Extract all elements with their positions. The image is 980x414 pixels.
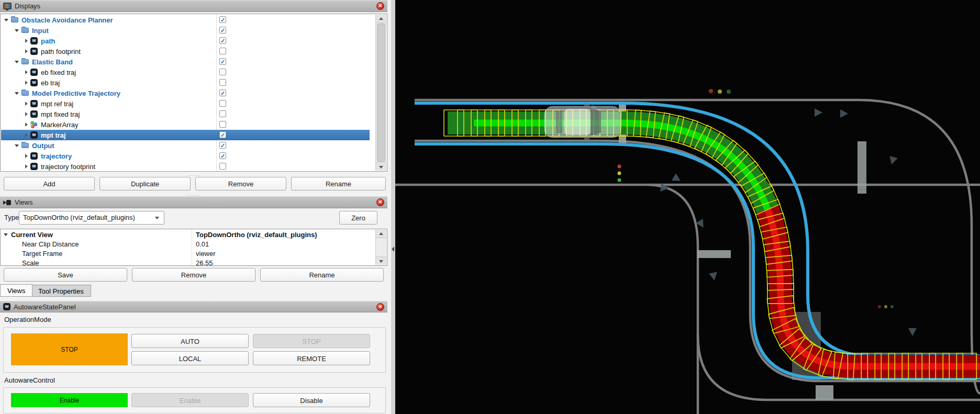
autoware-control-status: Enable bbox=[11, 393, 128, 407]
remove-view-button[interactable]: Remove bbox=[132, 268, 255, 282]
chevron-down-icon[interactable] bbox=[4, 19, 8, 21]
dock-splitter[interactable] bbox=[391, 0, 395, 414]
display-checkbox[interactable] bbox=[219, 58, 226, 65]
scroll-up-icon[interactable] bbox=[376, 230, 386, 238]
tree-row-model-predictive-trajectory[interactable]: Model Predictive Trajectory bbox=[1, 88, 370, 98]
chevron-right-icon[interactable] bbox=[25, 164, 28, 169]
scroll-up-icon[interactable] bbox=[376, 15, 386, 23]
chevron-down-icon bbox=[155, 217, 159, 219]
tree-row-input[interactable]: Input bbox=[1, 25, 370, 36]
remove-button[interactable]: Remove bbox=[195, 177, 286, 191]
folder-icon bbox=[21, 59, 29, 64]
display-checkbox[interactable] bbox=[219, 142, 226, 149]
save-view-button[interactable]: Save bbox=[4, 268, 127, 282]
display-checkbox[interactable] bbox=[219, 131, 226, 138]
autoware-icon: w bbox=[30, 37, 38, 44]
display-checkbox[interactable] bbox=[219, 89, 226, 96]
display-checkbox[interactable] bbox=[219, 27, 226, 33]
chevron-down-icon[interactable] bbox=[15, 144, 19, 147]
autoware-control-group: Enable Enable Disable bbox=[3, 387, 386, 413]
chevron-right-icon[interactable] bbox=[25, 112, 28, 116]
tree-row-mpt-ref-traj[interactable]: w mpt ref traj bbox=[1, 98, 370, 109]
operation-mode-group: STOP AUTO STOP LOCAL REMOTE bbox=[3, 327, 386, 373]
property-row-scale[interactable]: Scale 26.55 bbox=[1, 258, 387, 266]
chevron-down-icon[interactable] bbox=[15, 29, 19, 32]
tree-row-trajectory[interactable]: w trajectory bbox=[1, 151, 370, 161]
tree-row-obstacle-avoidance-planner[interactable]: Obstacle Avoidance Planner bbox=[1, 15, 370, 25]
property-row-current-view[interactable]: Current View TopDownOrtho (rviz_default_… bbox=[1, 230, 372, 239]
rename-view-button[interactable]: Rename bbox=[260, 268, 384, 282]
splitter-handle[interactable]: ...... bbox=[173, 192, 215, 196]
autoware-icon: w bbox=[30, 69, 38, 76]
tree-row-eb-fixed-traj[interactable]: w eb fixed traj bbox=[1, 67, 370, 77]
tree-row-eb-traj[interactable]: w eb traj bbox=[1, 77, 370, 88]
local-button[interactable]: LOCAL bbox=[131, 351, 249, 365]
displays-tree[interactable]: Obstacle Avoidance Planner Input w path … bbox=[0, 14, 387, 172]
table-scrollbar[interactable] bbox=[375, 230, 386, 265]
splitter-handle[interactable]: ...... bbox=[173, 172, 215, 176]
camera-icon bbox=[3, 199, 12, 206]
chevron-right-icon[interactable] bbox=[25, 70, 28, 74]
display-checkbox[interactable] bbox=[219, 152, 226, 159]
tree-row-path[interactable]: w path bbox=[1, 36, 370, 46]
render-viewport[interactable] bbox=[395, 0, 980, 414]
display-checkbox[interactable] bbox=[219, 16, 226, 23]
display-checkbox[interactable] bbox=[219, 163, 226, 170]
scrollbar-thumb[interactable] bbox=[377, 24, 385, 162]
chevron-right-icon[interactable] bbox=[25, 102, 28, 106]
property-row-near-clip-distance[interactable]: Near Clip Distance 0.01 bbox=[1, 239, 387, 249]
chevron-right-icon[interactable] bbox=[25, 49, 28, 53]
tree-row-output[interactable]: Output bbox=[1, 140, 370, 151]
chevron-down-icon[interactable] bbox=[15, 61, 19, 63]
zero-button[interactable]: Zero bbox=[339, 211, 377, 225]
display-checkbox[interactable] bbox=[219, 48, 226, 54]
folder-icon bbox=[21, 28, 29, 33]
display-checkbox[interactable] bbox=[219, 100, 226, 107]
display-checkbox[interactable] bbox=[219, 69, 226, 75]
viewport-background bbox=[395, 0, 980, 414]
property-row-target-frame[interactable]: Target Frame viewer bbox=[1, 249, 387, 258]
display-checkbox[interactable] bbox=[219, 37, 226, 44]
chevron-right-icon[interactable] bbox=[25, 133, 28, 137]
close-icon[interactable]: ✕ bbox=[376, 198, 384, 206]
add-button[interactable]: Add bbox=[4, 177, 95, 191]
autoware-state-panel-header[interactable]: w AutowareStatePanel ✕ bbox=[0, 301, 387, 312]
auto-button[interactable]: AUTO bbox=[131, 334, 249, 348]
enable-button: Enable bbox=[131, 393, 249, 407]
tab-tool-properties[interactable]: Tool Properties bbox=[31, 285, 91, 297]
autoware-state-panel-title: AutowareStatePanel bbox=[14, 303, 76, 311]
rename-button[interactable]: Rename bbox=[291, 177, 386, 191]
chevron-right-icon[interactable] bbox=[25, 122, 28, 127]
scroll-down-icon[interactable] bbox=[376, 256, 386, 265]
view-type-select[interactable]: TopDownOrtho (rviz_default_plugins) bbox=[19, 211, 164, 225]
autoware-logo-icon: w bbox=[3, 303, 10, 310]
views-panel-header[interactable]: Views ✕ bbox=[0, 196, 387, 208]
collapse-arrow-icon[interactable] bbox=[392, 247, 394, 252]
autoware-control-label: AutowareControl bbox=[4, 376, 55, 384]
tab-views[interactable]: Views bbox=[0, 284, 32, 297]
displays-panel-header[interactable]: Displays ✕ bbox=[0, 0, 387, 12]
current-view-table[interactable]: Current View TopDownOrtho (rviz_default_… bbox=[0, 229, 387, 266]
tree-scrollbar[interactable] bbox=[375, 15, 386, 171]
close-icon[interactable]: ✕ bbox=[376, 2, 384, 10]
display-checkbox[interactable] bbox=[219, 110, 226, 117]
close-icon[interactable]: ✕ bbox=[376, 303, 384, 311]
tree-row-markerarray[interactable]: MarkerArray bbox=[1, 119, 370, 130]
chevron-right-icon[interactable] bbox=[25, 39, 28, 43]
chevron-down-icon[interactable] bbox=[15, 92, 19, 95]
scroll-down-icon[interactable] bbox=[376, 162, 386, 171]
tree-row-elastic-band[interactable]: Elastic Band bbox=[1, 57, 370, 67]
folder-icon bbox=[11, 17, 18, 23]
tree-row-trajectory-footprint[interactable]: w trajectory footprint bbox=[1, 161, 370, 172]
tree-row-mpt-fixed-traj[interactable]: w mpt fixed traj bbox=[1, 109, 370, 119]
duplicate-button[interactable]: Duplicate bbox=[99, 177, 191, 191]
tree-row-path-footprint[interactable]: w path footprint bbox=[1, 46, 370, 57]
chevron-down-icon[interactable] bbox=[4, 233, 8, 236]
display-checkbox[interactable] bbox=[219, 121, 226, 128]
display-checkbox[interactable] bbox=[219, 79, 226, 86]
tree-row-mpt-traj-selected[interactable]: w mpt traj bbox=[1, 130, 370, 140]
chevron-right-icon[interactable] bbox=[25, 154, 28, 158]
remote-button[interactable]: REMOTE bbox=[253, 351, 370, 365]
disable-button[interactable]: Disable bbox=[253, 393, 370, 407]
chevron-right-icon[interactable] bbox=[25, 81, 28, 85]
